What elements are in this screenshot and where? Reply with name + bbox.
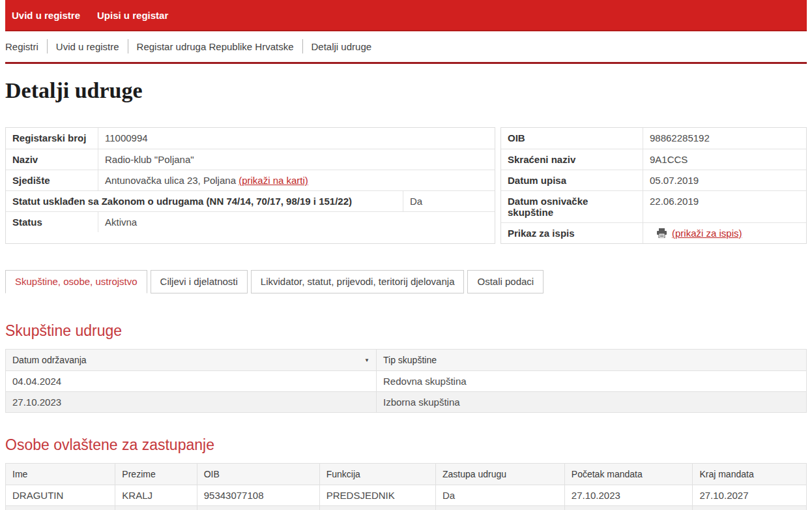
column-header-funkcija[interactable]: Funkcija xyxy=(319,464,435,485)
printer-icon xyxy=(656,228,667,238)
breadcrumb-item-registar-udruga[interactable]: Registar udruga Republike Hrvatske xyxy=(137,41,294,52)
page-title: Detalji udruge xyxy=(5,78,807,103)
breadcrumb: Registri Uvid u registre Registar udruga… xyxy=(5,31,807,62)
column-header-tip-skupstine[interactable]: Tip skupštine xyxy=(377,350,807,371)
address-text: Antunovačka ulica 23, Poljana xyxy=(105,175,236,186)
detail-value: 9A1CCS xyxy=(643,149,806,170)
detail-label: Sjedište xyxy=(6,170,98,190)
cell-zastupa: Da xyxy=(435,506,564,510)
nav-upisi-u-registar[interactable]: Upisi u registar xyxy=(97,10,168,21)
detail-value: Da xyxy=(403,191,495,211)
column-header-kraj-mandata[interactable]: Kraj mandata xyxy=(693,464,807,485)
details-table-left: Registarski broj 11000994 Naziv Radio-kl… xyxy=(5,127,495,244)
column-header-pocetak-mandata[interactable]: Početak mandata xyxy=(564,464,693,485)
detail-row-status: Status Aktivna xyxy=(6,211,495,232)
breadcrumb-item-registri[interactable]: Registri xyxy=(5,41,38,52)
tab-ostali-podaci[interactable]: Ostali podaci xyxy=(467,270,544,293)
section-heading-osobe-ovlastene: Osobe ovlaštene za zastupanje xyxy=(5,436,807,454)
osobe-table: Ime Prezime OIB Funkcija Zastupa udrugu … xyxy=(5,463,807,510)
detail-label: Skraćeni naziv xyxy=(501,149,643,170)
detail-value: Antunovačka ulica 23, Poljana (prikaži n… xyxy=(98,170,495,190)
detail-value: Aktivna xyxy=(98,212,495,232)
details-table-right: OIB 98862285192 Skraćeni naziv 9A1CCS Da… xyxy=(500,127,807,244)
detail-row-sjediste: Sjedište Antunovačka ulica 23, Poljana (… xyxy=(6,170,495,190)
detail-value: 22.06.2019 xyxy=(643,191,806,222)
cell-datum: 04.04.2024 xyxy=(6,371,377,392)
tab-ciljevi-i-djelatnosti[interactable]: Ciljevi i djelatnosti xyxy=(151,270,248,293)
nav-uvid-u-registre[interactable]: Uvid u registre xyxy=(12,10,80,21)
detail-value: 11000994 xyxy=(98,128,495,149)
breadcrumb-divider xyxy=(302,39,303,53)
cell-pocetak: 27.10.2023 xyxy=(564,506,693,510)
cell-kraj: 27.10.2027 xyxy=(693,506,807,510)
cell-datum: 27.10.2023 xyxy=(6,392,377,413)
detail-value: Radio-klub "Poljana" xyxy=(98,149,495,170)
table-row: 04.04.2024 Redovna skupština xyxy=(6,371,807,392)
detail-row-datum-upisa: Datum upisa 05.07.2019 xyxy=(501,170,806,190)
detail-row-registarski-broj: Registarski broj 11000994 xyxy=(6,128,495,149)
column-header-ime[interactable]: Ime xyxy=(6,464,115,485)
top-nav-bar: Uvid u registre Upisi u registar xyxy=(5,0,807,31)
cell-kraj: 27.10.2027 xyxy=(693,485,807,506)
detail-label: Registarski broj xyxy=(6,128,98,149)
detail-label: Prikaz za ispis xyxy=(501,223,643,243)
tab-likvidator-statut-prijevodi[interactable]: Likvidator, statut, prijevodi, teritorij… xyxy=(251,270,465,293)
detail-label: Statut usklađen sa Zakonom o udrugama (N… xyxy=(6,191,403,211)
column-header-label: Datum održavanja xyxy=(12,355,87,365)
tab-skupstine-osobe-ustrojstvo[interactable]: Skupštine, osobe, ustrojstvo xyxy=(5,270,147,293)
cell-zastupa: Da xyxy=(435,485,564,506)
cell-funkcija: TAJNIK xyxy=(319,506,435,510)
detail-label: OIB xyxy=(501,128,643,149)
cell-oib: 95343077108 xyxy=(197,485,319,506)
column-header-zastupa-udrugu[interactable]: Zastupa udrugu xyxy=(435,464,564,485)
detail-row-prikaz-za-ispis: Prikaz za ispis (prikaži za ispis) xyxy=(501,222,806,243)
column-header-datum-odrzavanja[interactable]: Datum održavanja ▼ xyxy=(6,350,377,371)
table-row: VLADO STAKOR 68120593965 TAJNIK Da 27.10… xyxy=(6,506,807,510)
sort-caret-icon[interactable]: ▼ xyxy=(364,357,370,363)
cell-tip: Izborna skupština xyxy=(377,392,807,413)
section-heading-skupstine-udruge: Skupštine udruge xyxy=(5,322,807,340)
detail-label: Naziv xyxy=(6,149,98,170)
cell-prezime: KRALJ xyxy=(115,485,197,506)
cell-tip: Redovna skupština xyxy=(377,371,807,392)
detail-row-oib: OIB 98862285192 xyxy=(501,128,806,149)
cell-funkcija: PREDSJEDNIK xyxy=(319,485,435,506)
red-divider-rule xyxy=(5,62,807,64)
cell-prezime: STAKOR xyxy=(115,506,197,510)
cell-ime: VLADO xyxy=(6,506,115,510)
cell-ime: DRAGUTIN xyxy=(6,485,115,506)
skupstine-table: Datum održavanja ▼ Tip skupštine 04.04.2… xyxy=(5,349,807,413)
breadcrumb-item-uvid-u-registre[interactable]: Uvid u registre xyxy=(56,41,119,52)
table-row: DRAGUTIN KRALJ 95343077108 PREDSJEDNIK D… xyxy=(6,485,807,506)
detail-label: Datum osnivačke skupštine xyxy=(501,191,643,222)
detail-row-skraceni-naziv: Skraćeni naziv 9A1CCS xyxy=(501,149,806,170)
tab-bar: Skupštine, osobe, ustrojstvo Ciljevi i d… xyxy=(5,270,807,293)
details-panel: Registarski broj 11000994 Naziv Radio-kl… xyxy=(5,127,807,244)
cell-oib: 68120593965 xyxy=(197,506,319,510)
detail-row-statut: Statut usklađen sa Zakonom o udrugama (N… xyxy=(6,190,495,211)
detail-label: Status xyxy=(6,212,98,232)
table-row: 27.10.2023 Izborna skupština xyxy=(6,392,807,413)
detail-value: (prikaži za ispis) xyxy=(643,223,806,243)
column-header-prezime[interactable]: Prezime xyxy=(115,464,197,485)
show-on-map-link[interactable]: (prikaži na karti) xyxy=(239,175,308,186)
detail-label: Datum upisa xyxy=(501,170,643,190)
cell-pocetak: 27.10.2023 xyxy=(564,485,693,506)
detail-value: 05.07.2019 xyxy=(643,170,806,190)
print-view-link[interactable]: (prikaži za ispis) xyxy=(672,228,742,239)
detail-row-naziv: Naziv Radio-klub "Poljana" xyxy=(6,149,495,170)
breadcrumb-item-detalji-udruge: Detalji udruge xyxy=(312,41,372,52)
detail-value: 98862285192 xyxy=(643,128,806,149)
breadcrumb-divider xyxy=(47,39,48,53)
column-header-oib[interactable]: OIB xyxy=(197,464,319,485)
detail-row-datum-osnivacke: Datum osnivačke skupštine 22.06.2019 xyxy=(501,190,806,222)
breadcrumb-divider xyxy=(128,39,128,53)
